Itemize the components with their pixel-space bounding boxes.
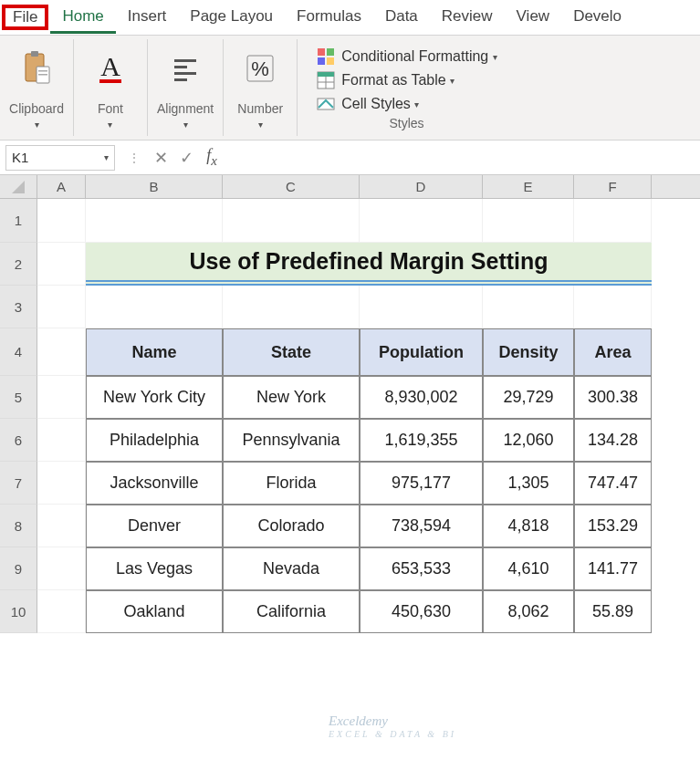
col-header-c[interactable]: C [223,175,360,198]
col-header-e[interactable]: E [483,175,574,198]
number-button[interactable]: % [233,45,287,92]
table-cell[interactable]: 747.47 [574,462,652,505]
cell[interactable] [37,328,86,376]
table-cell[interactable]: Jacksonville [86,462,223,505]
name-box[interactable]: K1 ▾ [5,145,115,171]
tab-developer[interactable]: Develo [561,2,633,34]
table-cell[interactable]: Nevada [223,547,360,590]
table-cell[interactable]: Denver [86,505,223,547]
table-cell[interactable]: 1,619,355 [360,419,483,462]
tab-page-layout[interactable]: Page Layou [178,2,285,34]
table-cell[interactable]: California [223,590,360,633]
formula-input[interactable] [225,148,695,167]
table-cell[interactable]: 738,594 [360,505,483,547]
row-header-3[interactable]: 3 [0,286,37,328]
format-as-table-button[interactable]: Format as Table ▾ [310,68,460,92]
table-cell[interactable]: 12,060 [483,419,574,462]
row-header-9[interactable]: 9 [0,547,37,590]
table-header[interactable]: Density [483,328,574,376]
cell[interactable] [37,419,86,462]
cell[interactable] [483,199,574,243]
row-header-1[interactable]: 1 [0,199,37,243]
table-cell[interactable]: Florida [223,462,360,505]
table-cell[interactable]: Oakland [86,590,223,633]
conditional-formatting-button[interactable]: Conditional Formatting ▾ [310,45,502,68]
col-header-a[interactable]: A [37,175,86,198]
table-cell[interactable]: 153.29 [574,505,652,547]
chevron-down-icon: ▾ [258,120,263,130]
cell[interactable] [37,199,86,243]
cell[interactable] [360,286,483,328]
insert-function-button[interactable]: fx [199,146,225,169]
row-header-2[interactable]: 2 [0,243,37,286]
svg-rect-4 [38,74,47,76]
row-header-6[interactable]: 6 [0,419,37,462]
cell[interactable] [37,547,86,590]
table-cell[interactable]: Philadelphia [86,419,223,462]
table-cell[interactable]: New York City [86,376,223,419]
table-cell[interactable]: Pennsylvania [223,419,360,462]
cell[interactable] [86,286,223,328]
cell[interactable] [37,505,86,547]
table-cell[interactable]: New York [223,376,360,419]
table-cell[interactable]: 975,177 [360,462,483,505]
row-header-4[interactable]: 4 [0,328,37,376]
cell[interactable] [574,199,652,243]
table-cell[interactable]: 653,533 [360,547,483,590]
cell[interactable] [37,590,86,633]
enter-formula-button[interactable]: ✓ [173,148,199,168]
table-cell[interactable]: 1,305 [483,462,574,505]
cancel-formula-button[interactable]: ✕ [148,148,173,168]
table-cell[interactable]: Colorado [223,505,360,547]
svg-rect-18 [318,72,334,77]
svg-rect-6 [99,79,121,83]
table-header[interactable]: Area [574,328,652,376]
row-header-8[interactable]: 8 [0,505,37,547]
table-cell[interactable]: 300.38 [574,376,652,419]
cell[interactable] [360,199,483,243]
table-header[interactable]: Name [86,328,223,376]
tab-insert[interactable]: Insert [116,2,179,34]
cell-styles-button[interactable]: Cell Styles ▾ [310,92,424,116]
tab-home[interactable]: Home [50,2,115,34]
table-cell[interactable]: 4,610 [483,547,574,590]
font-button[interactable]: A [83,45,138,92]
table-cell[interactable]: 29,729 [483,376,574,419]
tab-file[interactable]: File [2,5,48,30]
cell[interactable] [86,199,223,243]
row-header-7[interactable]: 7 [0,462,37,505]
cell[interactable] [37,286,86,328]
row-header-5[interactable]: 5 [0,376,37,419]
tab-formulas[interactable]: Formulas [285,2,373,34]
row-header-10[interactable]: 10 [0,590,37,633]
sheet-title-cell[interactable]: Use of Predefined Margin Setting [86,243,652,286]
col-header-d[interactable]: D [360,175,483,198]
table-cell[interactable]: 134.28 [574,419,652,462]
table-header[interactable]: Population [360,328,483,376]
tab-data[interactable]: Data [373,2,430,34]
table-cell[interactable]: 8,930,002 [360,376,483,419]
select-all-corner[interactable] [0,175,37,198]
table-cell[interactable]: 141.77 [574,547,652,590]
cell[interactable] [37,243,86,286]
cell[interactable] [223,286,360,328]
cell[interactable] [37,462,86,505]
cell[interactable] [37,376,86,419]
cell[interactable] [483,286,574,328]
alignment-button[interactable] [158,45,213,92]
group-number: % Number▾ [224,39,298,136]
table-cell[interactable]: 4,818 [483,505,574,547]
cell[interactable] [574,286,652,328]
col-header-b[interactable]: B [86,175,223,198]
table-cell[interactable]: Las Vegas [86,547,223,590]
table-cell[interactable]: 450,630 [360,590,483,633]
table-cell[interactable]: 55.89 [574,590,652,633]
tab-review[interactable]: Review [430,2,505,34]
column-headers: A B C D E F [0,175,700,199]
table-cell[interactable]: 8,062 [483,590,574,633]
cell[interactable] [223,199,360,243]
table-header[interactable]: State [223,328,360,376]
tab-view[interactable]: View [505,2,562,34]
col-header-f[interactable]: F [574,175,652,198]
paste-button[interactable] [9,45,64,92]
